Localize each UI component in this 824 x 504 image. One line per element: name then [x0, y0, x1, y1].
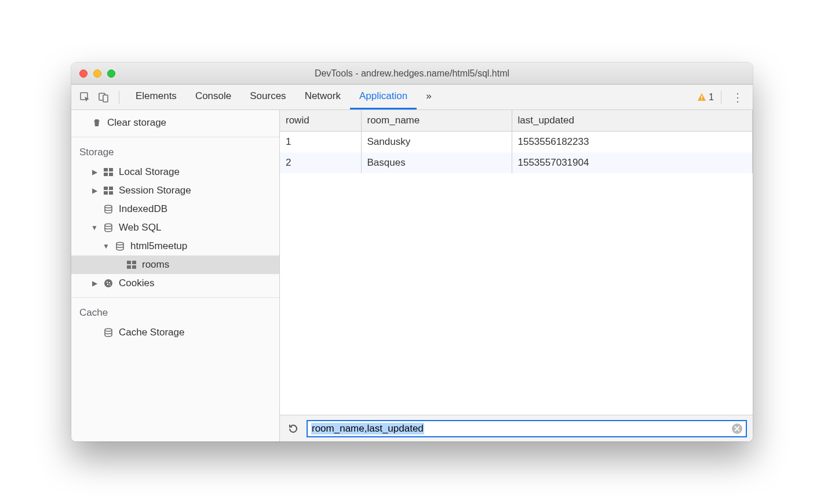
database-icon — [103, 203, 114, 215]
table-row[interactable]: 1 Sandusky 1553556182233 — [280, 132, 753, 153]
warning-count[interactable]: 1 — [697, 92, 714, 103]
sidebar-item-database[interactable]: ▼ html5meetup — [71, 237, 279, 255]
column-header-rowid[interactable]: rowid — [280, 110, 361, 132]
table-icon — [103, 166, 114, 178]
svg-rect-8 — [104, 173, 108, 176]
sidebar-item-label: Session Storage — [119, 185, 191, 196]
window-title: DevTools - andrew.hedges.name/html5/sql.… — [71, 68, 753, 79]
sidebar-item-clear-storage[interactable]: Clear storage — [71, 114, 279, 132]
svg-rect-2 — [103, 95, 108, 102]
svg-rect-18 — [132, 261, 136, 264]
tab-elements[interactable]: Elements — [126, 85, 186, 109]
tab-sources[interactable]: Sources — [240, 85, 295, 109]
database-icon — [103, 222, 114, 233]
table-icon — [103, 185, 114, 196]
sidebar-item-session-storage[interactable]: ▶ Session Storage — [71, 181, 279, 200]
trash-icon — [91, 117, 103, 129]
cookie-icon — [103, 277, 114, 289]
data-table: rowid room_name last_updated 1 Sandusky … — [280, 110, 753, 173]
tabs-overflow[interactable]: » — [417, 85, 440, 109]
svg-point-25 — [110, 284, 111, 286]
sidebar-item-label: IndexedDB — [119, 203, 167, 215]
svg-rect-11 — [109, 187, 113, 190]
devtools-toolbar: Elements Console Sources Network Applica… — [71, 85, 753, 110]
warning-count-value: 1 — [709, 92, 714, 103]
svg-rect-10 — [104, 187, 108, 190]
toolbar-right: 1 ⋮ — [697, 90, 747, 104]
database-icon — [114, 240, 126, 252]
cell-rowid: 1 — [280, 132, 361, 153]
column-header-last-updated[interactable]: last_updated — [512, 110, 753, 132]
svg-rect-17 — [127, 261, 131, 264]
cell-room-name: Sandusky — [361, 132, 512, 153]
chevron-right-icon: ▶ — [91, 279, 98, 287]
svg-point-16 — [116, 242, 123, 245]
sidebar-heading-storage: Storage — [71, 142, 279, 163]
close-window-button[interactable] — [79, 70, 87, 78]
svg-point-15 — [105, 224, 112, 227]
sidebar-item-cookies[interactable]: ▶ Cookies — [71, 274, 279, 293]
cell-room-name: Basques — [361, 152, 512, 173]
chevron-right-icon: ▶ — [91, 187, 98, 195]
query-input-value: room_name,last_updated — [311, 423, 424, 434]
sidebar-item-cache-storage[interactable]: Cache Storage — [71, 323, 279, 342]
devtools-window: DevTools - andrew.hedges.name/html5/sql.… — [71, 63, 753, 441]
sidebar-item-label: Cache Storage — [119, 327, 184, 338]
table-row[interactable]: 2 Basques 1553557031904 — [280, 152, 753, 173]
sidebar-heading-cache: Cache — [71, 302, 279, 323]
table-header-row: rowid room_name last_updated — [280, 110, 753, 132]
warning-icon — [697, 93, 706, 102]
application-sidebar: Service Workers Clear storage Storage ▶ — [71, 110, 280, 441]
column-header-room-name[interactable]: room_name — [361, 110, 512, 132]
panel-tabs: Elements Console Sources Network Applica… — [126, 85, 441, 109]
sidebar-item-label: Web SQL — [119, 222, 161, 233]
settings-menu-icon[interactable]: ⋮ — [728, 90, 747, 104]
svg-point-14 — [105, 205, 112, 208]
query-input[interactable]: room_name,last_updated — [307, 420, 747, 437]
sidebar-item-table-rooms[interactable]: rooms — [71, 255, 279, 274]
svg-rect-13 — [109, 191, 113, 195]
device-toggle-icon[interactable] — [96, 89, 112, 105]
svg-point-26 — [105, 328, 112, 331]
traffic-lights — [71, 70, 115, 78]
svg-rect-7 — [109, 168, 113, 171]
toolbar-separator — [119, 91, 119, 104]
sidebar-item-local-storage[interactable]: ▶ Local Storage — [71, 163, 279, 181]
refresh-button[interactable] — [286, 421, 301, 436]
sidebar-item-label: Local Storage — [119, 166, 180, 178]
chevron-right-icon: ▶ — [91, 168, 98, 176]
svg-point-24 — [107, 284, 108, 285]
cell-rowid: 2 — [280, 152, 361, 173]
tab-network[interactable]: Network — [296, 85, 350, 109]
sidebar-item-label: Clear storage — [107, 117, 166, 129]
minimize-window-button[interactable] — [93, 70, 101, 78]
svg-rect-19 — [127, 265, 131, 269]
cell-last-updated: 1553557031904 — [512, 152, 753, 173]
svg-rect-12 — [104, 191, 108, 195]
database-icon — [103, 327, 114, 338]
sidebar-item-label: rooms — [142, 259, 169, 271]
svg-point-22 — [107, 282, 108, 283]
tab-console[interactable]: Console — [186, 85, 240, 109]
svg-rect-4 — [701, 99, 702, 100]
svg-rect-9 — [109, 173, 113, 176]
svg-rect-3 — [701, 96, 702, 98]
data-table-wrap: rowid room_name last_updated 1 Sandusky … — [280, 110, 753, 415]
svg-rect-6 — [104, 168, 108, 171]
table-icon — [126, 259, 137, 271]
chevron-down-icon: ▼ — [91, 224, 98, 232]
cell-last-updated: 1553556182233 — [512, 132, 753, 153]
svg-point-21 — [104, 279, 112, 287]
inspect-element-icon[interactable] — [77, 89, 93, 105]
sidebar-item-websql[interactable]: ▼ Web SQL — [71, 218, 279, 237]
svg-point-23 — [109, 282, 110, 283]
sidebar-item-indexeddb[interactable]: IndexedDB — [71, 200, 279, 218]
panel-body: Service Workers Clear storage Storage ▶ — [71, 110, 753, 441]
chevron-down-icon: ▼ — [103, 242, 110, 250]
zoom-window-button[interactable] — [107, 70, 115, 78]
titlebar: DevTools - andrew.hedges.name/html5/sql.… — [71, 63, 753, 85]
sidebar-item-label: Cookies — [119, 277, 154, 289]
tab-application[interactable]: Application — [350, 85, 417, 109]
clear-input-icon[interactable] — [732, 423, 742, 434]
svg-rect-20 — [132, 265, 136, 269]
